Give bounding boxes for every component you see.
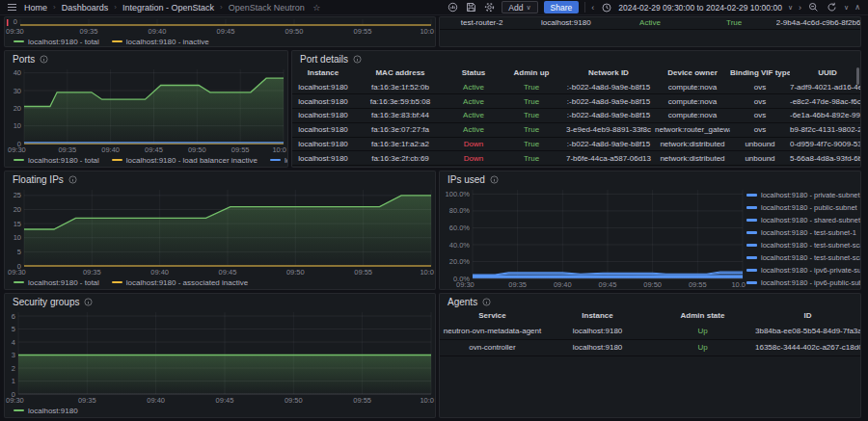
svg-text:15: 15 bbox=[14, 220, 21, 228]
svg-text:5: 5 bbox=[17, 248, 21, 256]
table-row: localhost:9180fa:16:3e:2f:cb:69DownTrue7… bbox=[292, 151, 861, 166]
routers-chart[interactable]: 09:3009:3509:4009:4509:5009:5510:00 bbox=[5, 17, 435, 36]
panel-title[interactable]: Port details bbox=[292, 51, 860, 66]
time-range-picker[interactable]: 2024-02-29 09:30:00 to 2024-02-29 10:00:… bbox=[618, 3, 782, 13]
panel-info-icon[interactable] bbox=[68, 175, 77, 184]
column-header[interactable]: Network ID bbox=[562, 66, 655, 80]
panel-info-icon[interactable] bbox=[482, 298, 491, 306]
time-back-chevron[interactable]: ‹ bbox=[591, 3, 594, 13]
insights-icon[interactable] bbox=[447, 1, 459, 13]
panel-title[interactable]: Floating IPs bbox=[5, 171, 435, 186]
security-groups-chart[interactable]: 09:3009:3509:4009:4509:5009:5510:0012345… bbox=[5, 308, 435, 405]
table-cell: Active bbox=[447, 94, 501, 109]
table-cell: True bbox=[501, 151, 562, 166]
svg-text:09:50: 09:50 bbox=[285, 396, 303, 405]
column-header[interactable]: Device owner bbox=[655, 66, 730, 80]
breadcrumb-home[interactable]: Home bbox=[24, 3, 47, 13]
column-header[interactable]: Status bbox=[447, 66, 501, 80]
panel-security-groups: Security groups 09:3009:3509:4009:4509:5… bbox=[4, 293, 436, 418]
panel-title[interactable]: IPs used bbox=[440, 171, 860, 186]
floating-ips-chart[interactable]: 09:3009:3509:4009:4509:5009:5510:0051015… bbox=[5, 186, 435, 276]
column-header[interactable]: Admin state bbox=[650, 308, 755, 323]
star-icon[interactable]: ☆ bbox=[311, 1, 323, 13]
save-icon[interactable] bbox=[465, 1, 477, 13]
svg-text:09:50: 09:50 bbox=[285, 27, 304, 36]
legend-item[interactable]: localhost:9180 - test-subnet-scale-1 bbox=[746, 239, 860, 251]
panel-info-icon[interactable] bbox=[353, 55, 362, 64]
time-forward-chevron[interactable]: › bbox=[799, 3, 801, 13]
svg-text:09:45: 09:45 bbox=[216, 396, 234, 405]
legend-item[interactable]: localhost:9180 - shared-subnet bbox=[746, 214, 860, 226]
row-floating-ips: Floating IPs 09:3009:3509:4009:4509:5009… bbox=[4, 171, 861, 290]
table-cell: unbound bbox=[730, 151, 790, 166]
svg-text:09:45: 09:45 bbox=[219, 268, 237, 276]
column-header[interactable]: ID bbox=[755, 308, 860, 323]
legend-item[interactable]: localhost:9180 - private-subnet bbox=[746, 189, 860, 201]
share-button[interactable]: Share bbox=[544, 1, 580, 13]
table-cell: :-b022-4a8d-9a9e-b8f15 bbox=[562, 109, 655, 123]
table-row: localhost:9180fa:16:3e:1f:a2:a2DownTrue:… bbox=[292, 137, 861, 151]
legend-item[interactable]: localhost:9180 - ipv6-public-subnet bbox=[746, 276, 860, 289]
column-header[interactable]: Admin up bbox=[501, 66, 562, 80]
panel-router-details-clipped: test-router-2localhost:9180ActiveTrue2-9… bbox=[439, 16, 861, 47]
column-header[interactable]: Instance bbox=[545, 308, 650, 323]
clock-icon bbox=[600, 1, 612, 13]
table-cell: True bbox=[501, 109, 562, 123]
legend-item[interactable]: localhost:9180 bbox=[14, 407, 78, 415]
dashboard-grid: 09:3009:3509:4009:4509:5009:5510:00 loca… bbox=[0, 15, 868, 418]
legend-item[interactable]: localhost:9180 - associated inactive bbox=[112, 278, 248, 287]
legend-item[interactable]: localhost:9180 - public-subnet bbox=[746, 201, 860, 214]
table-cell: ovs bbox=[730, 94, 790, 109]
legend-item[interactable]: localhost:9180 - total bbox=[14, 156, 99, 165]
hamburger-menu-icon[interactable] bbox=[6, 1, 18, 13]
svg-text:30: 30 bbox=[14, 87, 21, 95]
legend-item[interactable]: localhost:9180 - ipv6-private-subnet bbox=[746, 264, 860, 276]
legend-color-dash bbox=[270, 159, 281, 162]
svg-text:25: 25 bbox=[14, 191, 21, 199]
ips-used-body: 09:3009:3509:4009:4509:5009:5510.00.0%20… bbox=[440, 186, 860, 289]
security-groups-legend: localhost:9180 bbox=[5, 405, 435, 416]
column-header[interactable]: Instance bbox=[292, 66, 354, 80]
breadcrumb-dashboards[interactable]: Dashboards bbox=[62, 3, 109, 13]
legend-item[interactable]: localhost:9180 - no IPs bbox=[270, 156, 287, 165]
table-row: ovn-controllerlocalhost:9180Up16358c-344… bbox=[440, 339, 860, 355]
svg-text:4: 4 bbox=[12, 338, 15, 347]
column-header[interactable]: Service bbox=[440, 308, 545, 323]
table-cell: Active bbox=[447, 122, 501, 137]
panel-title[interactable]: Security groups bbox=[5, 294, 435, 308]
panel-info-icon[interactable] bbox=[490, 175, 499, 184]
table-cell: network:router_gateway bbox=[655, 122, 730, 137]
svg-text:09:45: 09:45 bbox=[145, 145, 163, 154]
table-cell: localhost:9180 bbox=[292, 137, 354, 151]
ports-chart[interactable]: 09:3009:3509:4009:4509:5009:5510:0010203… bbox=[5, 66, 287, 154]
panel-info-icon[interactable] bbox=[40, 55, 48, 64]
panel-title[interactable]: Ports bbox=[5, 51, 287, 66]
breadcrumb-folder[interactable]: Integration - OpenStack bbox=[122, 3, 214, 13]
table-scrollbar[interactable] bbox=[856, 67, 859, 85]
column-header[interactable]: UUID bbox=[790, 66, 861, 80]
ips-used-chart[interactable]: 09:3009:3509:4009:4509:5009:5510.00.0%20… bbox=[440, 186, 746, 289]
add-button[interactable]: Add∨ bbox=[502, 1, 537, 13]
refresh-icon[interactable] bbox=[826, 1, 838, 13]
zoom-out-icon[interactable] bbox=[807, 1, 820, 13]
panel-agents: Agents ServiceInstanceAdmin stateIDneutr… bbox=[439, 293, 861, 418]
caret-down-icon[interactable]: ∨ bbox=[788, 4, 793, 12]
settings-gear-icon[interactable] bbox=[483, 1, 496, 13]
svg-text:10.0: 10.0 bbox=[731, 280, 746, 289]
panel-info-icon[interactable] bbox=[84, 298, 93, 306]
legend-item[interactable]: localhost:9180 - test-subnet-1 bbox=[746, 226, 860, 239]
caret-up-icon[interactable]: ∧ bbox=[854, 3, 860, 12]
panel-title[interactable]: Agents bbox=[440, 294, 860, 308]
legend-item[interactable]: localhost:9180 - inactive bbox=[112, 38, 209, 46]
svg-text:09:40: 09:40 bbox=[554, 280, 572, 289]
legend-item[interactable]: localhost:9180 - test-subnet-scale-2 bbox=[746, 251, 860, 264]
legend-item[interactable]: localhost:9180 - total bbox=[14, 38, 99, 46]
refresh-interval-caret[interactable]: ∨ bbox=[844, 4, 849, 12]
column-header[interactable]: MAC address bbox=[354, 66, 447, 80]
column-header[interactable]: Binding VIF type bbox=[730, 66, 790, 80]
floating-ips-legend: localhost:9180 - totallocalhost:9180 - a… bbox=[5, 276, 435, 288]
row-security-groups: Security groups 09:3009:3509:4009:4509:5… bbox=[4, 293, 861, 418]
legend-item[interactable]: localhost:9180 - total bbox=[14, 278, 99, 287]
legend-item[interactable]: localhost:9180 - load balancer inactive bbox=[112, 156, 258, 165]
table-cell: fa:16:3e:2f:cb:69 bbox=[354, 151, 447, 166]
